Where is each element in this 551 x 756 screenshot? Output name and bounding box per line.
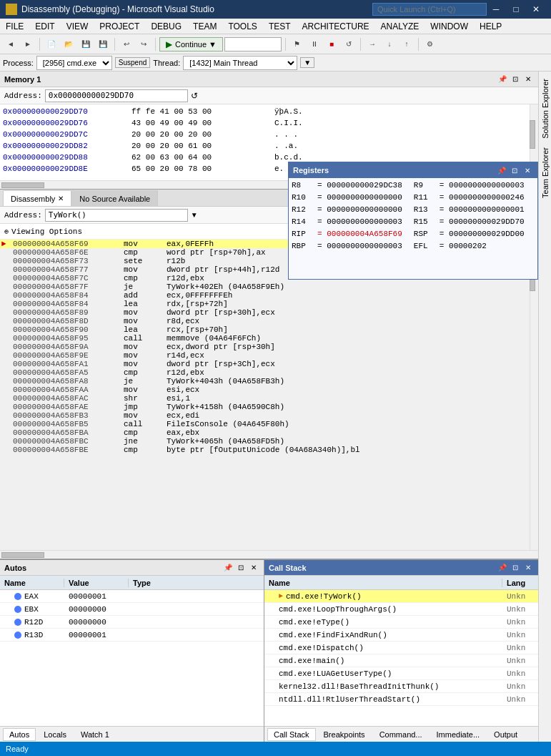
disassembly-address-input[interactable]	[45, 209, 188, 222]
registers-float-button[interactable]: ⊡	[509, 165, 520, 176]
maximize-button[interactable]: □	[507, 2, 525, 16]
menu-help[interactable]: HELP	[474, 19, 507, 34]
filter-button[interactable]: ▼	[300, 57, 314, 68]
autos-name-3: R13D	[0, 631, 64, 639]
immediate-tab[interactable]: Immediate...	[430, 728, 487, 741]
restart-button[interactable]: ↺	[341, 36, 357, 52]
step-over-button[interactable]: ↓	[382, 36, 397, 52]
menu-architecture[interactable]: ARCHITECTURE	[297, 19, 375, 34]
stop-button[interactable]: ■	[324, 36, 339, 52]
step-into-button[interactable]: →	[364, 36, 380, 52]
reg-rsp-val: = 000000000029DD00	[440, 228, 525, 240]
thread-select[interactable]: [1432] Main Thread	[183, 56, 297, 70]
autos-close-button[interactable]: ✕	[248, 562, 259, 574]
menu-team[interactable]: TEAM	[187, 19, 222, 34]
sidebar-solution-explorer[interactable]: Solution Explorer	[540, 74, 551, 143]
autos-rows[interactable]: EAX 00000001 EBX 00000000	[0, 590, 264, 726]
autos-pin-button[interactable]: 📌	[222, 562, 234, 574]
sidebar-team-explorer[interactable]: Team Explorer	[540, 143, 551, 202]
output-tab[interactable]: Output	[487, 728, 524, 741]
disasm-op-21: call	[124, 420, 167, 428]
misc-button-1[interactable]: ⚙	[422, 36, 438, 52]
cs-name-8: ntdll.dll!RtlUserThreadStart()	[264, 695, 502, 704]
callstack-rows[interactable]: ► cmd.exe!TyWork() Unkn cmd.exe!LoopThro…	[264, 590, 538, 726]
registers-close-button[interactable]: ✕	[522, 165, 533, 176]
cs-col-name-header: Name	[264, 579, 502, 587]
memory-address-bar: Address: ↺	[0, 87, 538, 104]
autos-tab[interactable]: Autos	[3, 728, 36, 741]
callstack-panel: Call Stack 📌 ⊡ ✕ Name Lang ► cmd.	[264, 560, 538, 742]
open-file-button[interactable]: 📂	[61, 36, 76, 52]
registers-pin-button[interactable]: 📌	[496, 165, 507, 176]
forward-button[interactable]: ►	[20, 36, 36, 52]
command-tab[interactable]: Command...	[373, 728, 429, 741]
redo-button[interactable]: ↪	[136, 36, 152, 52]
disasm-hscrollbar[interactable]	[0, 550, 538, 559]
memory-ascii-1: C.I.I.	[274, 117, 303, 129]
callstack-tab[interactable]: Call Stack	[267, 728, 316, 741]
quick-launch-input[interactable]	[372, 3, 487, 16]
tab-disassembly-close[interactable]: ✕	[58, 195, 64, 202]
vs-icon	[6, 4, 17, 15]
back-button[interactable]: ◄	[3, 36, 19, 52]
disasm-row-19: 000000004A658FAE jmp TyWork+4158h (04A65…	[0, 403, 530, 411]
tab-disassembly[interactable]: Disassembly ✕	[3, 190, 71, 206]
menu-project[interactable]: PROJECT	[94, 19, 145, 34]
autos-float-button[interactable]: ⊡	[235, 562, 247, 574]
locals-tab[interactable]: Locals	[37, 728, 73, 741]
minimize-button[interactable]: ─	[487, 2, 505, 16]
menu-window[interactable]: WINDOW	[425, 19, 474, 34]
callstack-close-button[interactable]: ✕	[522, 562, 534, 574]
memory-ascii-0: ÿþA.S.	[274, 106, 303, 117]
disasm-arrow-4	[1, 274, 13, 283]
close-button[interactable]: ✕	[527, 2, 545, 16]
disasm-addr-dropdown[interactable]: ▼	[191, 211, 198, 219]
memory-hscroll-thumb[interactable]	[1, 182, 44, 188]
memory-pin-button[interactable]: 📌	[497, 74, 508, 85]
callstack-pin-button[interactable]: 📌	[497, 562, 508, 574]
memory-address-input[interactable]	[45, 89, 188, 102]
menu-analyze[interactable]: ANALYZE	[375, 19, 425, 34]
step-out-button[interactable]: ↑	[399, 36, 415, 52]
memory-float-button[interactable]: ⊡	[510, 74, 521, 85]
disasm-row-10: 000000004A658F90 lea rcx,[rsp+70h]	[0, 325, 530, 334]
new-file-button[interactable]: 📄	[44, 36, 59, 52]
tab-no-source[interactable]: No Source Available	[71, 190, 158, 206]
process-select[interactable]: [2956] cmd.exe	[36, 56, 112, 70]
disasm-addr-8: 000000004A658F89	[13, 308, 124, 317]
save-all-button[interactable]: 💾	[95, 36, 111, 52]
menu-tools[interactable]: TOOLS	[222, 19, 262, 34]
save-button[interactable]: 💾	[78, 36, 94, 52]
disasm-row-7: 000000004A658F84 lea rdx,[rsp+72h]	[0, 300, 530, 308]
debug-location-button[interactable]: ⚑	[289, 36, 305, 52]
disasm-addr-5: 000000004A658F7F	[13, 283, 124, 291]
disasm-vscrollbar[interactable]	[530, 240, 538, 550]
suspend-button[interactable]: Suspend	[115, 57, 150, 68]
undo-button[interactable]: ↩	[119, 36, 134, 52]
toolbar-combo[interactable]	[224, 37, 282, 51]
memory-scroll-thumb[interactable]	[530, 120, 535, 149]
disasm-row-14: 000000004A658FA1 mov dword ptr [rsp+3Ch]…	[0, 360, 530, 368]
pause-button[interactable]: ⏸	[307, 36, 322, 52]
callstack-float-button[interactable]: ⊡	[510, 562, 521, 574]
autos-name-2: R12D	[0, 618, 64, 627]
menu-file[interactable]: FILE	[0, 19, 29, 34]
continue-button[interactable]: ▶ Viewing Options Continue ▼	[159, 37, 223, 51]
memory-refresh-button[interactable]: ↺	[191, 91, 198, 101]
menu-view[interactable]: VIEW	[61, 19, 94, 34]
watch1-tab[interactable]: Watch 1	[74, 728, 116, 741]
disassembly-content[interactable]: ► 000000004A658F69 mov eax,0FEFFh 000000…	[0, 240, 530, 550]
disasm-arrow-22	[1, 428, 13, 437]
menu-debug[interactable]: DEBUG	[145, 19, 187, 34]
disasm-op-2: sete	[124, 257, 167, 265]
menu-edit[interactable]: EDIT	[29, 19, 60, 34]
menu-test[interactable]: TEST	[263, 19, 297, 34]
disasm-row-24: 000000004A658FBE cmp byte ptr [fOutputUn…	[0, 446, 530, 454]
disasm-hscroll-thumb[interactable]	[1, 552, 44, 558]
breakpoints-tab[interactable]: Breakpoints	[317, 728, 372, 741]
register-icon-2	[14, 619, 21, 626]
disasm-args-14: dword ptr [rsp+3Ch],ecx	[167, 360, 528, 368]
memory-close-button[interactable]: ✕	[522, 74, 534, 85]
reg-rbp-val: = 0000000000000003	[317, 240, 402, 252]
callstack-title-bar: Call Stack 📌 ⊡ ✕	[264, 560, 538, 576]
